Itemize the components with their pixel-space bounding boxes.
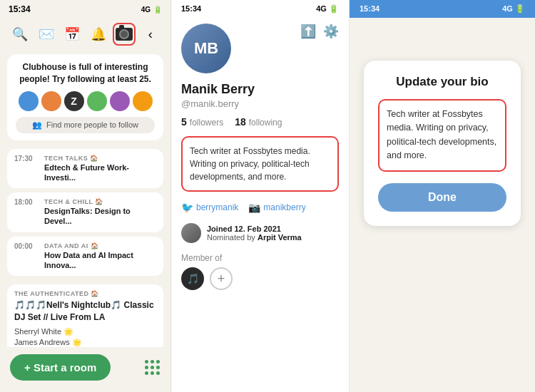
dot-6 (156, 366, 160, 369)
schedule-title-3: How Data and AI Impact Innova... (44, 250, 156, 271)
panel-update-bio: 15:34 4G 🔋 Update your bio Tech writer a… (350, 0, 535, 392)
schedule-tag-3: DATA AND AI 🏠 (44, 242, 156, 249)
dot-8 (151, 371, 154, 375)
auth-user2: James Andrews 🌟 (14, 338, 82, 347)
network-panel3: 4G (502, 4, 513, 13)
bottom-bar: + Start a room (0, 347, 170, 392)
followers-label: followers (190, 118, 223, 128)
club-avatar-1[interactable]: 🎵 (181, 267, 204, 290)
following-stat[interactable]: 18 following (235, 116, 282, 128)
bio-textarea[interactable]: Tech writer at Fossbytes media. Writing … (378, 99, 506, 172)
back-icon[interactable]: ‹ (139, 23, 162, 46)
auth-title: 🎵🎵🎵Nell's Nightclub🎵 Classic DJ Set // L… (14, 299, 156, 324)
envelope-icon[interactable]: ✉️ (35, 23, 58, 46)
dot-1 (145, 360, 148, 363)
nav-bar-panel1: 🔍 ✉️ 📅 🔔 ‹ (0, 19, 170, 50)
schedule-content-1: TECH TALKS 🏠 Edtech & Future Work-Invest… (44, 155, 156, 183)
share-button[interactable]: ⬆️ (300, 24, 316, 39)
status-bar-panel2: 15:34 4G 🔋 (171, 0, 349, 18)
twitter-handle: berrymanik (196, 202, 238, 212)
social-links: 🐦 berrymanik 📷 manikberry (171, 199, 349, 220)
status-bar-panel1: 15:34 4G 🔋 (0, 0, 170, 19)
dot-7 (145, 371, 148, 375)
update-bio-card: Update your bio Tech writer at Fossbytes… (364, 61, 521, 226)
schedule-time-3: 00:00 (14, 242, 39, 250)
schedule-tag-2: TECH & CHILL 🏠 (44, 198, 156, 205)
signal-panel1: 4G 🔋 (141, 6, 162, 14)
signal-panel3: 4G 🔋 (502, 4, 525, 14)
dot-2 (151, 360, 154, 363)
time-panel2: 15:34 (181, 4, 201, 14)
bell-icon[interactable]: 🔔 (87, 23, 110, 46)
profile-name: Manik Berry (171, 78, 349, 98)
schedule-time-1: 17:30 (14, 155, 39, 163)
panel-profile: 15:34 4G 🔋 MB ⬆️ ⚙️ Manik Berry @manik.b… (171, 0, 350, 392)
joined-date: Joined 12. Feb 2021 (207, 225, 281, 233)
avatar-z: Z (64, 91, 84, 111)
avatar-5 (133, 91, 153, 111)
follow-banner: Clubhouse is full of interesting people!… (7, 54, 163, 140)
avatar-2 (41, 91, 61, 111)
member-of-section: Member of 🎵 + (171, 249, 349, 297)
instagram-icon: 📷 (248, 202, 260, 213)
people-icon: 👥 (32, 120, 42, 130)
profile-handle: @manik.berry (171, 98, 349, 113)
schedule-title-1: Edtech & Future Work-Investi... (44, 163, 156, 183)
instagram-link[interactable]: 📷 manikberry (248, 202, 305, 213)
twitter-icon: 🐦 (181, 202, 193, 213)
find-more-label: Find more people to follow (46, 120, 138, 129)
schedule-list: 17:30 TECH TALKS 🏠 Edtech & Future Work-… (0, 145, 170, 281)
calendar-icon[interactable]: 📅 (61, 23, 83, 46)
suggested-avatars: Z (16, 91, 155, 111)
schedule-time-2: 18:00 (14, 198, 39, 206)
start-room-button[interactable]: + Start a room (10, 354, 111, 381)
member-of-label: Member of (181, 253, 339, 263)
followers-stat[interactable]: 5 followers (181, 116, 223, 128)
following-count: 18 (235, 116, 246, 128)
settings-button[interactable]: ⚙️ (323, 24, 339, 39)
dot-4 (145, 366, 148, 369)
signal-panel2: 4G 🔋 (316, 4, 339, 14)
instagram-handle: manikberry (263, 202, 305, 212)
camera-image (116, 28, 133, 41)
battery-icon: 🔋 (153, 6, 162, 14)
schedule-content-2: TECH & CHILL 🏠 DesignTalks: Design to De… (44, 198, 156, 227)
avatar-3 (87, 91, 107, 111)
bio-box[interactable]: Tech writer at Fossbytes media. Writing … (181, 136, 339, 192)
auth-user1: Sherryl White 🌟 (14, 327, 82, 336)
add-club-button[interactable]: + (210, 267, 233, 290)
status-bar-panel3: 15:34 4G 🔋 (350, 0, 535, 18)
joined-row: Joined 12. Feb 2021 Nominated by Arpit V… (171, 220, 349, 249)
dots-menu[interactable] (145, 360, 160, 376)
member-clubs-list: 🎵 + (181, 267, 339, 290)
twitter-link[interactable]: 🐦 berrymanik (181, 202, 238, 213)
auth-users: Sherryl White 🌟 James Andrews 🌟 (14, 327, 156, 347)
schedule-item-2[interactable]: 18:00 TECH & CHILL 🏠 DesignTalks: Design… (7, 192, 163, 232)
time-panel3: 15:34 (360, 4, 379, 14)
schedule-title-2: DesignTalks: Design to Devel... (44, 206, 156, 227)
find-more-button[interactable]: 👥 Find more people to follow (16, 117, 155, 133)
schedule-item-3[interactable]: 00:00 DATA AND AI 🏠 How Data and AI Impa… (7, 237, 163, 277)
dot-9 (156, 371, 160, 375)
network-panel2: 4G (316, 4, 327, 13)
schedule-item-1[interactable]: 17:30 TECH TALKS 🏠 Edtech & Future Work-… (7, 149, 163, 189)
nominator-name: Arpit Verma (258, 233, 302, 242)
dot-3 (156, 360, 160, 363)
profile-avatar: MB (181, 24, 231, 73)
camera-nav-icon[interactable] (113, 23, 136, 46)
joined-text: Joined 12. Feb 2021 Nominated by Arpit V… (207, 225, 302, 242)
avatar-4 (110, 91, 130, 111)
schedule-content-3: DATA AND AI 🏠 How Data and AI Impact Inn… (44, 242, 156, 271)
done-button[interactable]: Done (378, 183, 506, 212)
dot-5 (151, 366, 154, 369)
search-icon[interactable]: 🔍 (9, 23, 31, 46)
time-panel1: 15:34 (9, 4, 31, 14)
follow-banner-title: Clubhouse is full of interesting people!… (16, 61, 155, 86)
followers-count: 5 (181, 116, 187, 128)
panel-home-feed: 15:34 4G 🔋 🔍 ✉️ 📅 🔔 ‹ Clubhouse is full … (0, 0, 171, 392)
profile-header: MB ⬆️ ⚙️ (171, 18, 349, 78)
schedule-tag-1: TECH TALKS 🏠 (44, 155, 156, 162)
following-label: following (249, 118, 282, 128)
network-panel1: 4G (141, 6, 151, 14)
nominator-avatar (181, 223, 201, 243)
